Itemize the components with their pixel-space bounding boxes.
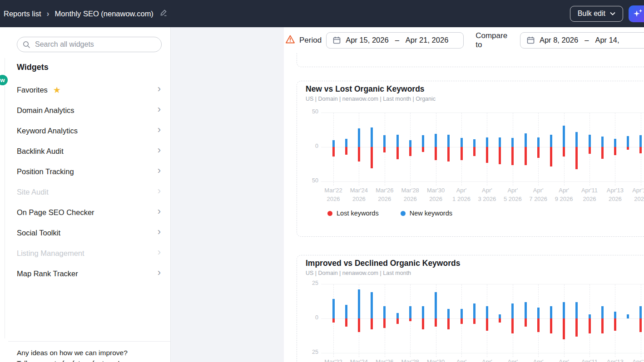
bar-new-keywords[interactable] [563,126,565,147]
bar-improved-keywords[interactable] [525,302,527,318]
sidebar-item-domain-analytics[interactable]: Domain Analytics› [0,100,171,121]
bar-declined-keywords[interactable] [575,318,578,337]
bulk-edit-button[interactable]: Bulk edit [570,6,623,22]
bar-declined-keywords[interactable] [589,318,591,333]
breadcrumb[interactable]: Reports list [4,10,41,18]
bar-improved-keywords[interactable] [563,302,565,318]
bar-improved-keywords[interactable] [627,314,629,318]
bar-lost-keywords[interactable] [409,147,411,156]
bar-lost-keywords[interactable] [614,147,616,155]
bar-new-keywords[interactable] [358,128,360,147]
sidebar-item-keyword-analytics[interactable]: Keyword Analytics› [0,121,171,141]
search-input[interactable] [35,40,149,49]
bar-declined-keywords[interactable] [396,318,399,324]
bar-new-keywords[interactable] [447,135,450,147]
legend-item-new-keywords[interactable]: New keywords [401,210,452,217]
bar-improved-keywords[interactable] [601,306,604,318]
compare-date-range[interactable]: Apr 8, 2026 – Apr 14, [520,32,644,49]
bar-new-keywords[interactable] [409,140,411,147]
bar-declined-keywords[interactable] [435,318,437,327]
bar-declined-keywords[interactable] [383,318,386,328]
bar-declined-keywords[interactable] [525,318,527,327]
bar-improved-keywords[interactable] [499,314,501,318]
bar-new-keywords[interactable] [332,140,335,147]
bar-lost-keywords[interactable] [422,147,424,152]
bar-lost-keywords[interactable] [627,147,629,150]
bar-lost-keywords[interactable] [511,147,514,165]
bar-improved-keywords[interactable] [639,306,642,318]
bar-declined-keywords[interactable] [371,318,373,329]
bar-new-keywords[interactable] [473,139,476,147]
bar-improved-keywords[interactable] [332,299,335,318]
bar-lost-keywords[interactable] [358,147,360,161]
bar-new-keywords[interactable] [371,127,373,147]
bar-improved-keywords[interactable] [614,312,616,318]
period-date-range[interactable]: Apr 15, 2026 – Apr 21, 2026 [326,32,464,49]
sidebar-item-map-rank-tracker[interactable]: Map Rank Tracker› [0,264,171,284]
feedback-prompt[interactable]: Any ideas on how we can improve? Tell us… [17,347,167,362]
bar-new-keywords[interactable] [550,135,552,147]
bar-improved-keywords[interactable] [409,306,411,318]
bar-declined-keywords[interactable] [537,318,540,332]
bar-new-keywords[interactable] [627,136,629,147]
bar-lost-keywords[interactable] [396,147,399,159]
bar-lost-keywords[interactable] [639,147,642,153]
bar-new-keywords[interactable] [422,135,424,147]
bar-lost-keywords[interactable] [550,147,552,166]
bar-lost-keywords[interactable] [537,147,540,158]
bar-improved-keywords[interactable] [473,303,476,318]
bar-improved-keywords[interactable] [358,289,360,318]
bar-lost-keywords[interactable] [473,147,476,156]
bar-declined-keywords[interactable] [447,318,450,329]
bar-new-keywords[interactable] [383,135,386,147]
bar-declined-keywords[interactable] [345,318,347,327]
bar-declined-keywords[interactable] [461,318,463,324]
bar-lost-keywords[interactable] [332,147,335,157]
bar-declined-keywords[interactable] [473,318,476,324]
sidebar-item-on-page-seo-checker[interactable]: On Page SEO Checker› [0,202,171,223]
bar-improved-keywords[interactable] [461,309,463,318]
bar-lost-keywords[interactable] [345,147,347,155]
bar-new-keywords[interactable] [486,137,488,147]
bar-new-keywords[interactable] [396,135,399,147]
bar-new-keywords[interactable] [537,137,540,147]
bar-improved-keywords[interactable] [575,302,578,318]
bar-new-keywords[interactable] [435,134,437,147]
ai-assistant-button[interactable] [629,5,644,22]
bar-declined-keywords[interactable] [614,318,616,331]
bar-lost-keywords[interactable] [435,147,437,160]
bar-improved-keywords[interactable] [550,306,552,318]
bar-improved-keywords[interactable] [422,306,424,318]
bar-improved-keywords[interactable] [537,308,540,318]
bar-improved-keywords[interactable] [383,306,386,318]
bar-lost-keywords[interactable] [525,147,527,165]
bar-new-keywords[interactable] [601,137,604,147]
bar-new-keywords[interactable] [589,135,591,147]
bar-new-keywords[interactable] [461,138,463,147]
bar-improved-keywords[interactable] [486,306,488,318]
sidebar-item-backlink-audit[interactable]: Backlink Audit› [0,141,171,161]
legend-item-lost-keywords[interactable]: Lost keywords [327,210,379,217]
bar-declined-keywords[interactable] [332,318,335,323]
bar-declined-keywords[interactable] [601,318,604,333]
bar-declined-keywords[interactable] [550,318,552,333]
bar-improved-keywords[interactable] [447,309,450,318]
widget-new-vs-lost-keywords[interactable]: New vs Lost Organic Keywords US | Domain… [297,81,644,237]
bar-new-keywords[interactable] [639,135,642,147]
bar-lost-keywords[interactable] [371,147,373,168]
bar-lost-keywords[interactable] [461,147,463,160]
bar-lost-keywords[interactable] [601,147,604,159]
bar-improved-keywords[interactable] [511,303,514,318]
bar-lost-keywords[interactable] [499,147,501,164]
bar-declined-keywords[interactable] [639,318,642,332]
bar-new-keywords[interactable] [511,138,514,147]
edit-title-icon[interactable] [159,8,168,19]
bar-lost-keywords[interactable] [447,147,450,161]
bar-new-keywords[interactable] [614,139,616,147]
bar-new-keywords[interactable] [525,133,527,147]
bar-improved-keywords[interactable] [345,305,347,318]
bar-improved-keywords[interactable] [371,292,373,318]
bar-declined-keywords[interactable] [511,318,514,333]
bar-declined-keywords[interactable] [563,318,565,339]
bar-new-keywords[interactable] [345,139,347,147]
